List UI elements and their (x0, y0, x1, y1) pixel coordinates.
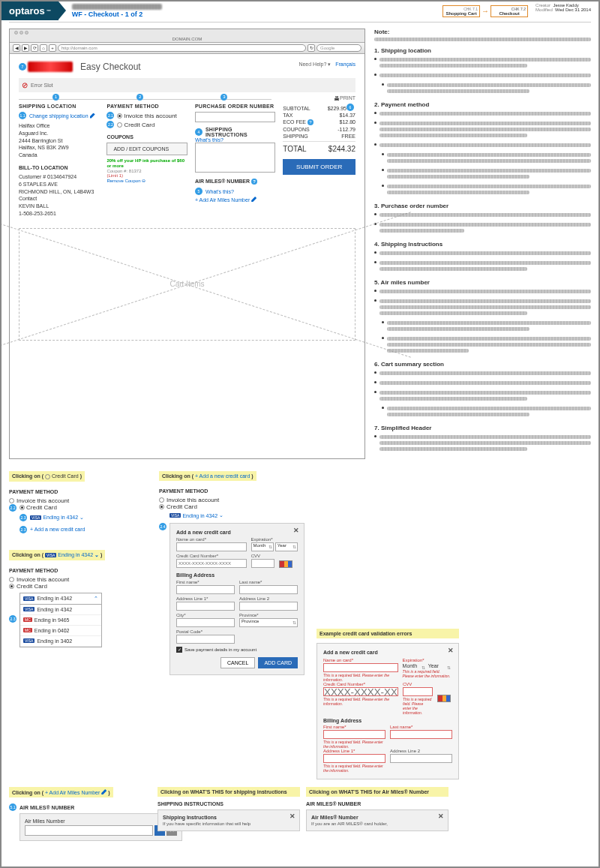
postal-input[interactable] (176, 635, 235, 644)
close-icon[interactable]: ✕ (290, 812, 296, 820)
print-link[interactable]: PRINT (340, 95, 356, 101)
card-select[interactable]: Ending in 4342 (43, 515, 78, 520)
payment-method-heading: PAYMENT METHOD (106, 104, 187, 109)
edit-icon[interactable] (90, 113, 95, 119)
close-icon[interactable]: ✕ (293, 527, 299, 534)
print-icon[interactable]: 🖶 (334, 95, 340, 102)
bill-to-address: Customer # 01346479246 STAPLES AVERICHMO… (19, 173, 99, 218)
whats-this-airmiles[interactable]: What's this? (206, 189, 234, 194)
chevron-up-icon: ⌃ (94, 596, 98, 602)
url-input[interactable]: http://domain.com (58, 44, 306, 52)
shipping-location-heading: SHIPPING LOCATION (19, 104, 99, 109)
error-example-label: Example credit card validation errors (316, 629, 459, 638)
browser-mock: DOMAIN.COM ◀ ▶ ⟳ ⌂ + http://domain.com ↻… (9, 29, 365, 459)
coupon-text: 20% off your HP ink purchase of $60 or m… (106, 158, 187, 169)
cc-number-input[interactable] (176, 559, 247, 568)
reload-button[interactable]: ⟳ (31, 44, 38, 52)
airmiles-tooltip: ✕ Air Miles® Number If you are an AIR MI… (306, 809, 448, 831)
help-link[interactable]: Need Help? (298, 62, 326, 67)
add-airmiles-link[interactable]: + Add Air Miles Number (195, 197, 275, 203)
airmiles-input[interactable] (25, 825, 153, 836)
chevron-down-icon: ⌄ (80, 515, 84, 521)
address1-input[interactable] (176, 602, 235, 611)
lang-link[interactable]: Français (335, 62, 356, 67)
info-icon[interactable]: ? (251, 179, 257, 185)
error-slot: Error Slot (31, 83, 53, 88)
save-payment-checkbox[interactable]: ✓ (176, 647, 182, 653)
edit-icon (251, 197, 256, 202)
brand-logo-redacted (28, 62, 73, 72)
invoice-radio[interactable] (117, 113, 122, 119)
forward-button[interactable]: ▶ (22, 44, 29, 52)
search-input[interactable]: Google (316, 44, 362, 52)
last-name-input[interactable] (239, 585, 298, 594)
add-edit-coupons-button[interactable]: ADD / EDIT COUPONS (106, 143, 187, 155)
annotation-7: 7 (19, 63, 26, 71)
remove-coupon-link[interactable]: Remove Coupon ⊖ (106, 178, 187, 183)
first-name-input[interactable] (176, 585, 235, 594)
annotation-notes: Note: 1. Shipping location 2. Payment me… (374, 29, 591, 459)
creditcard-radio[interactable] (20, 505, 25, 510)
po-heading: PURCHASE ORDER NUMBER (195, 104, 275, 109)
clicking-on-label: Clicking on ( Credit Card ) (9, 471, 85, 482)
po-input[interactable] (195, 112, 275, 122)
cvv-input[interactable] (251, 559, 274, 568)
flow-steps: CHK 7.1Shopping Cart → CHK 7.2Checkout (442, 2, 528, 20)
shipping-instructions-tooltip: ✕ Shipping Instructions If you have spec… (158, 809, 300, 831)
cancel-button[interactable]: CANCEL (220, 657, 255, 668)
close-icon[interactable]: ✕ (448, 647, 454, 654)
shipping-address: Halifax OfficeAsguard Inc.2444 Barringto… (19, 122, 99, 159)
wireframe-title: WF - Checkout - 1 of 2 (72, 11, 442, 18)
shipping-instructions-heading: SHIPPING INSTRUCTIONS (206, 127, 275, 137)
whats-this-shipping[interactable]: What's this? (195, 137, 275, 143)
address2-input[interactable] (239, 602, 298, 611)
arrow-icon: → (482, 7, 489, 15)
add-card-button[interactable]: ADD CARD (258, 657, 298, 668)
airmiles-heading: AIR MILES® NUMBER ? (195, 179, 275, 185)
doc-header: optaros™ WF - Checkout - 1 of 2 CHK 7.1S… (2, 2, 598, 20)
creditcard-radio[interactable] (117, 122, 122, 128)
change-location-link[interactable]: Change shipping location (29, 113, 88, 119)
page-title: Easy Checkout (80, 62, 141, 72)
card-brands-icon (279, 560, 292, 568)
go-button[interactable]: ↻ (308, 44, 315, 52)
error-icon: ⊘ (22, 81, 28, 89)
cc-validation-error-form: ✕ Add a new credit card Name on card*Thi… (316, 643, 459, 779)
invoice-radio[interactable] (9, 498, 14, 503)
name-on-card-input[interactable] (176, 542, 247, 551)
coupons-heading: COUPONS (106, 134, 187, 140)
redacted-title (72, 4, 162, 10)
card-dropdown[interactable]: VISAEnding in 4342⌃ VISAEnding in 4342 M… (20, 593, 102, 647)
add-cc-link[interactable]: + Add a new credit card (30, 527, 85, 532)
browser-domain: DOMAIN.COM (10, 36, 364, 42)
home-button[interactable]: ⌂ (40, 44, 47, 52)
year-select[interactable]: Year (275, 542, 298, 551)
doc-meta: Creator Jesse Kaddy Modified Wed Dec 31 … (536, 2, 598, 20)
order-summary: SUBTOTAL$229.95 TAX$14.37 ECO FEE ?$12.8… (283, 104, 356, 142)
optaros-logo: optaros™ (2, 2, 58, 20)
bill-to-heading: BILL-TO LOCATION (19, 165, 99, 170)
add-credit-card-form: ✕ Add a new credit card Name on card* Ex… (170, 523, 304, 675)
city-input[interactable] (176, 618, 235, 627)
month-select[interactable]: Month (251, 542, 274, 551)
province-select[interactable]: Province (239, 618, 298, 627)
shipping-instructions-input[interactable] (195, 143, 275, 173)
add-button[interactable]: + (49, 44, 56, 52)
back-button[interactable]: ◀ (13, 44, 20, 52)
cart-items-placeholder: Cart Items (19, 228, 356, 341)
close-icon[interactable]: ✕ (438, 812, 444, 820)
submit-order-button[interactable]: SUBMIT ORDER (283, 159, 356, 175)
